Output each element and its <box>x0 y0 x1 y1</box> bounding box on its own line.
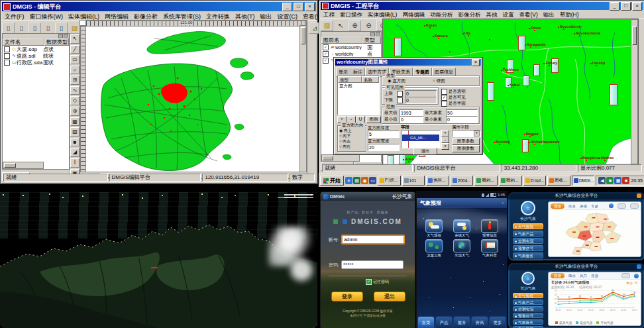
map-vscrollbar[interactable] <box>631 19 638 164</box>
panel-hscrollbar[interactable] <box>3 162 44 169</box>
settings-icon[interactable] <box>637 193 641 198</box>
column-datatype[interactable]: 数据类型 <box>44 38 69 46</box>
app-warning-info[interactable]: 预警信息 <box>478 219 502 238</box>
minpx-input[interactable] <box>446 116 478 123</box>
chevron-right-icon[interactable]: › <box>502 201 504 205</box>
tab-active[interactable]: 温度 <box>551 273 564 278</box>
maximize-button[interactable]: □ <box>294 3 303 11</box>
dialog-title-bar[interactable]: worldcountry图层属性 × <box>335 59 481 66</box>
field-selected-row[interactable]: GA_MI... <box>402 135 439 141</box>
close-file-icon[interactable]: ▯ <box>28 23 41 34</box>
field-drop-button[interactable]: ▼ <box>441 143 449 150</box>
panel-close-icon[interactable] <box>64 34 68 38</box>
lower-value[interactable]: 0 <box>405 97 437 104</box>
tab[interactable]: 风力 <box>580 273 587 278</box>
sidebar-item-warning[interactable]: 预警信号 <box>513 313 543 318</box>
exit-button[interactable]: 退出 <box>374 292 405 301</box>
transparent-option[interactable]: 是否透明 <box>441 89 466 95</box>
menu-item[interactable]: 设置 <box>500 11 516 19</box>
zoom-in-icon[interactable]: ⊕ <box>349 20 361 31</box>
tab-active[interactable]: 预报 <box>551 203 564 209</box>
tab[interactable]: 湿度 <box>591 273 598 278</box>
legend-button[interactable]: 图例 <box>366 116 381 123</box>
taskbar-button[interactable]: 热区... <box>426 176 449 186</box>
tab[interactable]: 乡镇 <box>580 203 587 209</box>
visible-option[interactable]: ✓ 是否可见 <box>441 95 466 101</box>
width-input[interactable] <box>368 144 400 151</box>
snap-grid-icon[interactable]: ⊞ <box>70 76 80 85</box>
draw-rect-icon[interactable]: ▭ <box>70 55 80 64</box>
close-button[interactable]: × <box>632 2 642 11</box>
column-filename[interactable]: 文件名 <box>3 38 44 46</box>
legend-params-button[interactable]: 图例参数 <box>452 145 480 152</box>
menu-item[interactable]: 输出 <box>541 11 557 19</box>
maximize-button[interactable]: □ <box>621 2 631 11</box>
app-national-weather[interactable]: 全国天气 <box>450 239 474 258</box>
login-button[interactable]: 登录 <box>331 292 363 301</box>
app-weather-science[interactable]: 气象科普 <box>478 239 502 258</box>
app-town-weather[interactable]: 乡镇天气 <box>450 219 474 238</box>
checkbox-icon[interactable] <box>4 60 10 66</box>
radio-left[interactable]: ○ 向左 <box>339 138 364 144</box>
district-map[interactable] <box>549 209 641 256</box>
mail-icon[interactable]: ▭ <box>369 177 376 184</box>
column-layername[interactable]: 图层名 <box>321 36 362 44</box>
nav-news[interactable]: 资讯 <box>471 316 488 328</box>
taskbar-button-active[interactable]: DMGI... <box>572 176 595 186</box>
sidebar-item-products[interactable]: 气象产品 <box>513 300 543 305</box>
checkbox-checked-icon[interactable]: ✓ <box>323 51 329 57</box>
nav-more[interactable]: 更多 <box>489 316 506 328</box>
panel-dock-icon[interactable] <box>370 32 375 36</box>
file-row[interactable]: ◇ 大厦.sdp 点状 <box>3 46 69 52</box>
map-vscrollbar[interactable] <box>299 25 307 172</box>
panel-hscrollbar[interactable] <box>321 154 360 162</box>
password-input[interactable] <box>341 260 403 269</box>
network-icon[interactable]: ▦ <box>614 177 621 184</box>
title-bar[interactable]: DMGIS - 编辑平台 _ □ × <box>2 2 316 11</box>
menu-item[interactable]: 网络编辑 <box>400 11 427 19</box>
close-button[interactable]: × <box>305 3 315 11</box>
sidebar-item-products[interactable]: 气象产品 <box>513 231 543 237</box>
node-edit-icon[interactable]: ⊕ <box>70 107 80 116</box>
refresh-button[interactable] <box>634 274 639 278</box>
volume-icon[interactable]: ◀ <box>598 177 606 184</box>
zoom-control[interactable] <box>617 203 626 209</box>
field-up-button[interactable]: + <box>441 130 449 137</box>
sidebar-item-warning[interactable]: 预警信号 <box>513 245 543 251</box>
title-bar[interactable]: DMGIS - 工程平台 _ □ × <box>321 2 643 10</box>
ie-browser-icon[interactable]: e <box>345 177 352 184</box>
field-listbox[interactable]: GA_MI... <box>401 130 441 148</box>
checkbox-icon[interactable] <box>4 53 10 59</box>
close-icon[interactable]: × <box>472 59 480 66</box>
sidebar-item-observation[interactable]: 监测实况 <box>513 238 543 244</box>
text-tool-icon[interactable]: Ⅰ <box>70 158 80 168</box>
temperature-line-chart[interactable]: 51015202502-2002-2102-2202-2302-2402-250… <box>551 287 637 315</box>
tab[interactable]: 区县 <box>568 203 576 209</box>
menu-item[interactable]: 查看(V) <box>516 11 540 19</box>
settings-icon[interactable] <box>637 264 641 269</box>
fill-area-icon[interactable]: ▦ <box>70 117 80 127</box>
new-file-icon[interactable]: ▯ <box>2 23 15 34</box>
map-view-shanghai[interactable]: 121.00 <box>80 20 307 173</box>
menu-item[interactable]: 其他 <box>483 11 500 19</box>
radio-histogram[interactable]: ◉ 直方图 <box>388 78 405 83</box>
tab[interactable]: 降水 <box>568 273 576 278</box>
checkbox-icon[interactable] <box>4 46 10 52</box>
min-input[interactable] <box>400 116 423 123</box>
taskbar-button[interactable]: F:\所... <box>378 176 401 186</box>
file-row[interactable]: ▭ 行政区.sda 面状 <box>3 59 69 66</box>
clock[interactable]: 20:35 <box>631 178 643 183</box>
sidebar-item-forecast[interactable]: 天气预报 <box>513 223 543 229</box>
checkbox-checked-icon[interactable]: ✓ <box>323 58 329 64</box>
layer-control[interactable] <box>630 203 639 209</box>
shanghai-map[interactable] <box>85 25 307 172</box>
input-method-icon[interactable]: ■ <box>622 177 629 184</box>
lower-checkbox[interactable] <box>397 97 403 103</box>
layer-row[interactable]: ✓ ◦ worldcity 点 <box>321 50 381 57</box>
start-button[interactable]: 开始 <box>320 176 344 186</box>
taskbar-button[interactable]: D:\sd... <box>523 176 547 186</box>
open-file-icon[interactable]: ▯ <box>15 23 28 34</box>
taskbar-button[interactable]: 101 <box>402 176 425 186</box>
nav-home[interactable]: 首页 <box>417 316 435 328</box>
menu-item[interactable]: 工程 <box>321 11 337 19</box>
